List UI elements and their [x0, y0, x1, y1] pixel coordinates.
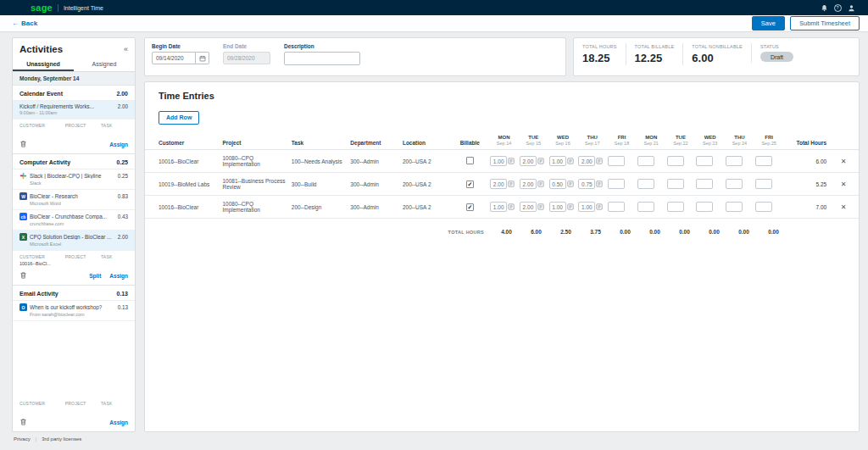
- day-total: 3.75: [581, 229, 611, 235]
- activity-item[interactable]: Slack | Bioclear-CPQ | Skyline 0.25 Slac…: [13, 169, 135, 190]
- hours-input[interactable]: [637, 179, 654, 189]
- note-icon[interactable]: [596, 158, 603, 164]
- help-icon[interactable]: ?: [831, 2, 844, 14]
- hours-input[interactable]: [667, 179, 684, 189]
- group-header-email-activity: Email Activity 0.13: [13, 286, 135, 301]
- hours-cell: [520, 202, 549, 212]
- hours-input[interactable]: [608, 179, 625, 189]
- third-party-licenses-link[interactable]: 3rd party licenses: [42, 436, 81, 442]
- note-icon[interactable]: [567, 181, 574, 187]
- hours-input[interactable]: [520, 202, 537, 212]
- hours-input[interactable]: [578, 202, 595, 212]
- assign-link[interactable]: Assign: [109, 419, 128, 425]
- hours-cell: [490, 156, 520, 166]
- column-header-customer: Customer: [159, 140, 222, 146]
- hours-input[interactable]: [696, 179, 713, 189]
- delete-row-button[interactable]: ✕: [835, 203, 852, 211]
- cell-location: 200--USA 2: [403, 181, 455, 187]
- time-entries-title: Time Entries: [159, 91, 845, 101]
- hours-input[interactable]: [490, 179, 507, 189]
- hours-cell: [696, 202, 726, 212]
- hours-input[interactable]: [696, 202, 713, 212]
- stat-total-billable: TOTAL BILLABLE 12.25: [626, 43, 683, 65]
- day-total: 0.00: [760, 229, 789, 235]
- delete-row-button[interactable]: ✕: [835, 181, 852, 188]
- hours-input[interactable]: [608, 156, 625, 166]
- hours-input[interactable]: [637, 202, 654, 212]
- note-icon[interactable]: [567, 203, 574, 210]
- trash-icon[interactable]: [19, 418, 27, 426]
- billable-checkbox[interactable]: ✓: [466, 157, 474, 164]
- table-header-row: Customer Project Task Department Locatio…: [145, 135, 859, 150]
- cell-department: 300--Admin: [350, 181, 403, 187]
- note-icon[interactable]: [537, 158, 544, 164]
- split-link[interactable]: Split: [89, 273, 101, 279]
- back-link[interactable]: ← Back: [12, 19, 37, 27]
- hours-input[interactable]: [667, 156, 684, 166]
- trash-icon[interactable]: [19, 140, 27, 148]
- activity-item[interactable]: X CPQ Solution Design - BioClear ... 2.0…: [13, 231, 135, 251]
- add-row-button[interactable]: Add Row: [159, 111, 199, 125]
- note-icon[interactable]: [508, 158, 515, 164]
- date-filters-card: Begin Date End Date Description: [144, 37, 566, 76]
- hours-input[interactable]: [549, 179, 566, 189]
- activity-item[interactable]: W BioClear - Research 0.83 Microsoft Wor…: [13, 190, 135, 210]
- assign-link[interactable]: Assign: [109, 273, 128, 279]
- activity-item[interactable]: O When is our kickoff workshop? 0.13 Fro…: [13, 301, 135, 321]
- begin-date-input[interactable]: [152, 52, 196, 64]
- day-total: 4.00: [492, 229, 522, 235]
- hours-input[interactable]: [578, 179, 595, 189]
- collapse-panel-button[interactable]: «: [124, 45, 128, 53]
- note-icon[interactable]: [508, 203, 515, 210]
- billable-checkbox[interactable]: ✓: [466, 203, 474, 211]
- description-input[interactable]: [284, 52, 360, 65]
- activity-item[interactable]: cb BioClear - Crunchbase Compa... 0.43 c…: [13, 210, 135, 231]
- hours-input[interactable]: [608, 202, 625, 212]
- hours-cell: [637, 202, 667, 212]
- hours-input[interactable]: [755, 179, 772, 189]
- day-total: 2.50: [552, 229, 581, 235]
- delete-row-button[interactable]: ✕: [835, 158, 852, 165]
- calendar-button[interactable]: [196, 52, 209, 64]
- tab-unassigned[interactable]: Unassigned: [13, 58, 74, 71]
- cell-task: 100--Needs Analysis: [292, 158, 351, 164]
- group-header-computer-activity: Computer Activity 0.25: [13, 154, 135, 169]
- hours-input[interactable]: [637, 156, 654, 166]
- submit-timesheet-button[interactable]: Submit Timesheet: [790, 16, 860, 31]
- note-icon[interactable]: [537, 203, 544, 210]
- note-icon[interactable]: [596, 203, 603, 210]
- footer-separator: |: [36, 436, 37, 442]
- note-icon[interactable]: [567, 158, 574, 164]
- user-profile-icon[interactable]: [844, 2, 858, 14]
- note-icon[interactable]: [508, 181, 515, 187]
- hours-input[interactable]: [520, 179, 537, 189]
- hours-input[interactable]: [696, 156, 713, 166]
- day-total: 6.00: [522, 229, 552, 235]
- note-icon[interactable]: [596, 181, 603, 187]
- billable-checkbox[interactable]: ✓: [466, 181, 474, 188]
- hours-input[interactable]: [490, 202, 507, 212]
- hours-input[interactable]: [755, 156, 772, 166]
- hours-input[interactable]: [667, 202, 684, 212]
- hours-input[interactable]: [755, 202, 772, 212]
- time-entry-row: 10016--BioClear 10080--CPQ Implementatio…: [145, 196, 859, 219]
- tab-assigned[interactable]: Assigned: [74, 58, 135, 71]
- notifications-bell-icon[interactable]: [817, 2, 831, 14]
- activity-item[interactable]: Kickoff / Requirements Works... 2.00 9:0…: [13, 101, 135, 119]
- hours-input[interactable]: [490, 156, 507, 166]
- hours-input[interactable]: [549, 156, 566, 166]
- hours-input[interactable]: [726, 156, 743, 166]
- assign-link[interactable]: Assign: [109, 142, 128, 147]
- hours-input[interactable]: [726, 202, 743, 212]
- hours-cell: [520, 156, 549, 166]
- save-button[interactable]: Save: [752, 16, 785, 31]
- hours-cell: [696, 156, 726, 166]
- note-icon[interactable]: [537, 181, 544, 187]
- trash-icon[interactable]: [19, 271, 27, 280]
- privacy-link[interactable]: Privacy: [14, 436, 31, 442]
- hours-input[interactable]: [549, 202, 566, 212]
- hours-input[interactable]: [726, 179, 743, 189]
- hours-input[interactable]: [520, 156, 537, 166]
- hours-input[interactable]: [578, 156, 595, 166]
- cell-task: 300--Build: [292, 181, 351, 187]
